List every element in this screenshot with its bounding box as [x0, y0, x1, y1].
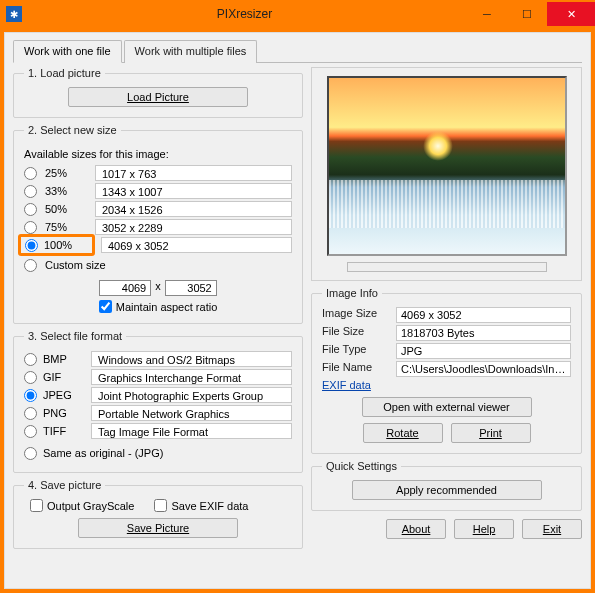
format-desc-value: Tag Image File Format: [91, 423, 292, 439]
minimize-button[interactable]: ─: [467, 2, 507, 26]
exit-button[interactable]: Exit: [522, 519, 582, 539]
exif-data-link[interactable]: EXIF data: [322, 379, 371, 391]
window-title: PIXresizer: [22, 7, 467, 21]
group-save-picture: 4. Save picture Output GrayScale Save EX…: [13, 479, 303, 549]
dim-x-label: x: [155, 280, 161, 296]
info-fname-label: File Name: [322, 361, 392, 377]
grayscale-checkbox[interactable]: [30, 499, 43, 512]
preview-slider[interactable]: [347, 262, 547, 272]
group-image-info: Image Info Image Size4069 x 3052 File Si…: [311, 287, 582, 454]
format-desc-value: Joint Photographic Experts Group: [91, 387, 292, 403]
info-fsize-value: 1818703 Bytes: [396, 325, 571, 341]
size-pct-label: 50%: [45, 203, 89, 215]
window-frame: Work with one file Work with multiple fi…: [0, 28, 595, 593]
format-radio-png[interactable]: [24, 407, 37, 420]
preview-panel: [311, 67, 582, 281]
size-radio-100[interactable]: [25, 239, 38, 252]
info-size-label: Image Size: [322, 307, 392, 323]
size-custom-label: Custom size: [45, 259, 106, 271]
info-size-value: 4069 x 3052: [396, 307, 571, 323]
grayscale-label: Output GrayScale: [47, 500, 134, 512]
rotate-button[interactable]: Rotate: [363, 423, 443, 443]
group-quick-legend: Quick Settings: [322, 460, 401, 472]
format-code-label: BMP: [43, 353, 85, 365]
size-pct-label: 33%: [45, 185, 89, 197]
tab-strip: Work with one file Work with multiple fi…: [13, 39, 582, 63]
format-same-label: Same as original - (JPG): [43, 447, 163, 459]
titlebar: ✱ PIXresizer ─ ☐ ✕: [0, 0, 595, 28]
format-radio-tiff[interactable]: [24, 425, 37, 438]
size-radio-50[interactable]: [24, 203, 37, 216]
group-size-legend: 2. Select new size: [24, 124, 121, 136]
format-row-gif: GIFGraphics Interchange Format: [24, 368, 292, 386]
format-desc-value: Portable Network Graphics: [91, 405, 292, 421]
format-row-bmp: BMPWindows and OS/2 Bitmaps: [24, 350, 292, 368]
save-picture-button[interactable]: Save Picture: [78, 518, 238, 538]
format-code-label: TIFF: [43, 425, 85, 437]
width-input[interactable]: [99, 280, 151, 296]
format-radio-bmp[interactable]: [24, 353, 37, 366]
apply-recommended-button[interactable]: Apply recommended: [352, 480, 542, 500]
format-row-png: PNGPortable Network Graphics: [24, 404, 292, 422]
size-radio-33[interactable]: [24, 185, 37, 198]
size-dim-value: 3052 x 2289: [95, 219, 292, 235]
group-select-size: 2. Select new size Available sizes for t…: [13, 124, 303, 324]
size-highlight: 100%: [18, 234, 95, 256]
tab-single-file[interactable]: Work with one file: [13, 40, 122, 63]
maintain-aspect-label: Maintain aspect ratio: [116, 301, 218, 313]
height-input[interactable]: [165, 280, 217, 296]
size-row-100: 100%4069 x 3052: [24, 236, 292, 254]
size-dim-value: 1343 x 1007: [95, 183, 292, 199]
group-load-picture: 1. Load picture Load Picture: [13, 67, 303, 118]
help-button[interactable]: Help: [454, 519, 514, 539]
tab-multiple-files[interactable]: Work with multiple files: [124, 40, 258, 63]
window-buttons: ─ ☐ ✕: [467, 2, 595, 26]
save-exif-label: Save EXIF data: [171, 500, 248, 512]
format-radio-same[interactable]: [24, 447, 37, 460]
format-code-label: GIF: [43, 371, 85, 383]
group-load-legend: 1. Load picture: [24, 67, 105, 79]
format-code-label: JPEG: [43, 389, 85, 401]
format-code-label: PNG: [43, 407, 85, 419]
format-radio-gif[interactable]: [24, 371, 37, 384]
app-icon: ✱: [6, 6, 22, 22]
size-dim-value: 4069 x 3052: [101, 237, 292, 253]
size-radio-custom[interactable]: [24, 259, 37, 272]
size-row-25: 25%1017 x 763: [24, 164, 292, 182]
size-pct-label: 100%: [44, 239, 88, 251]
available-sizes-label: Available sizes for this image:: [24, 148, 292, 160]
load-picture-button[interactable]: Load Picture: [68, 87, 248, 107]
group-select-format: 3. Select file format BMPWindows and OS/…: [13, 330, 303, 473]
info-ftype-label: File Type: [322, 343, 392, 359]
close-button[interactable]: ✕: [547, 2, 595, 26]
maximize-button[interactable]: ☐: [507, 2, 547, 26]
format-desc-value: Windows and OS/2 Bitmaps: [91, 351, 292, 367]
client-area: Work with one file Work with multiple fi…: [4, 32, 591, 589]
about-button[interactable]: About: [386, 519, 446, 539]
footer-buttons: About Help Exit: [311, 519, 582, 539]
size-row-50: 50%2034 x 1526: [24, 200, 292, 218]
info-fname-value: C:\Users\Joodles\Downloads\Increa: [396, 361, 571, 377]
maintain-aspect-checkbox[interactable]: [99, 300, 112, 313]
group-quick-settings: Quick Settings Apply recommended: [311, 460, 582, 511]
format-row-tiff: TIFFTag Image File Format: [24, 422, 292, 440]
format-row-jpeg: JPEGJoint Photographic Experts Group: [24, 386, 292, 404]
format-radio-jpeg[interactable]: [24, 389, 37, 402]
size-radio-25[interactable]: [24, 167, 37, 180]
group-format-legend: 3. Select file format: [24, 330, 126, 342]
format-desc-value: Graphics Interchange Format: [91, 369, 292, 385]
size-row-33: 33%1343 x 1007: [24, 182, 292, 200]
info-fsize-label: File Size: [322, 325, 392, 341]
size-radio-75[interactable]: [24, 221, 37, 234]
open-external-button[interactable]: Open with external viewer: [362, 397, 532, 417]
size-pct-label: 75%: [45, 221, 89, 233]
save-exif-checkbox[interactable]: [154, 499, 167, 512]
group-save-legend: 4. Save picture: [24, 479, 105, 491]
size-pct-label: 25%: [45, 167, 89, 179]
preview-image: [327, 76, 567, 256]
size-dim-value: 1017 x 763: [95, 165, 292, 181]
size-dim-value: 2034 x 1526: [95, 201, 292, 217]
info-ftype-value: JPG: [396, 343, 571, 359]
group-info-legend: Image Info: [322, 287, 382, 299]
print-button[interactable]: Print: [451, 423, 531, 443]
